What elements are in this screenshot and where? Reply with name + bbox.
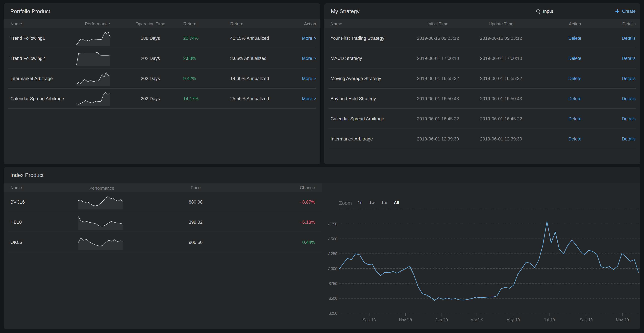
index-price: 880.08 xyxy=(169,200,222,204)
create-button-label: Create xyxy=(622,9,636,14)
column-header-performance: Performance xyxy=(89,186,114,191)
details-link[interactable]: Details xyxy=(622,96,636,101)
index-change: −6.18% xyxy=(275,220,315,225)
strategy-table-header: Name Initial Time Update Time Action Det… xyxy=(324,19,640,28)
return-annualized: 3.65% Annualized xyxy=(230,56,266,61)
more-link[interactable]: More > xyxy=(302,76,316,81)
performance-sparkline xyxy=(76,71,110,86)
update-time: 2019-06-01 12:39:30 xyxy=(474,136,528,142)
update-time: 2019-06-01 17:00:10 xyxy=(474,56,528,61)
update-time: 2019-06-01 16:50:43 xyxy=(474,96,528,101)
search-input[interactable] xyxy=(542,8,587,14)
return-annualized: 40.15% Annualized xyxy=(230,36,269,41)
column-header-name: Name xyxy=(10,185,22,190)
initial-time: 2019-06-01 12:39:30 xyxy=(411,136,465,142)
initial-time: 2019-06-01 17:00:10 xyxy=(411,56,465,61)
performance-sparkline xyxy=(78,214,124,230)
svg-text:Jul '19: Jul '19 xyxy=(544,318,555,322)
svg-text:May '19: May '19 xyxy=(506,318,520,322)
svg-text:Nov '19: Nov '19 xyxy=(616,318,629,322)
column-header-action: Action xyxy=(304,21,316,26)
product-name: Intermarket Arbitrage xyxy=(10,76,53,81)
details-link[interactable]: Details xyxy=(622,56,636,61)
trading-dashboard: Portfolio Product Name Performance Opera… xyxy=(0,0,644,333)
column-header-action: Action xyxy=(558,21,592,26)
portfolio-row: Calendar Spread Arbitrage 202 Days 14.17… xyxy=(4,88,320,109)
index-change: 0.44% xyxy=(275,240,315,245)
more-link[interactable]: More > xyxy=(302,96,316,101)
column-header-initial-time: Initial Time xyxy=(411,21,465,26)
details-link[interactable]: Details xyxy=(622,36,636,41)
return-value: 2.83% xyxy=(183,56,196,61)
index-price: 399.02 xyxy=(169,220,222,225)
portfolio-table-header: Name Performance Operation Time Return R… xyxy=(4,19,320,28)
initial-time: 2019-06-16 09:23:12 xyxy=(411,36,465,41)
delete-link[interactable]: Delete xyxy=(558,76,592,81)
index-panel-body: Name Performance Price Change BVC16 880.… xyxy=(4,183,640,329)
index-name: HB10 xyxy=(10,220,22,225)
my-strategy-panel: My Strategy Create Name Initial Time Upd… xyxy=(324,3,640,164)
column-header-update-time: Update Time xyxy=(474,21,528,26)
svg-text:Sep '19: Sep '19 xyxy=(580,318,593,322)
return-annualized: 14.60% Annualized xyxy=(230,76,269,81)
update-time: 2019-06-16 09:23:12 xyxy=(474,36,528,41)
create-button[interactable]: Create xyxy=(616,3,636,19)
zoom-label: Zoom xyxy=(339,200,352,206)
strategy-row: Calendar Spread Arbitrage 2019-06-01 16:… xyxy=(324,109,640,129)
index-product-panel: Index Product Name Performance Price Cha… xyxy=(4,167,640,329)
zoom-button-1w[interactable]: 1w xyxy=(369,200,375,205)
performance-sparkline xyxy=(76,51,110,66)
strategy-table: Name Initial Time Update Time Action Det… xyxy=(324,19,640,164)
product-name: Calendar Spread Arbitrage xyxy=(10,96,64,101)
operation-time: 202 Days xyxy=(128,76,172,81)
details-link[interactable]: Details xyxy=(622,116,636,121)
strategy-search[interactable] xyxy=(536,3,587,19)
price-chart-canvas[interactable]: $1750$1500$1250$1000$750$500$250Sep '18N… xyxy=(328,198,640,329)
strategy-row: Buy and Hold Strategy 2019-06-01 16:50:4… xyxy=(324,88,640,109)
zoom-button-1d[interactable]: 1d xyxy=(358,200,362,205)
return-value: 14.17% xyxy=(183,96,199,101)
more-link[interactable]: More > xyxy=(302,56,316,61)
return-value: 20.74% xyxy=(183,36,199,41)
delete-link[interactable]: Delete xyxy=(558,56,592,61)
svg-text:$750: $750 xyxy=(329,282,337,286)
operation-time: 202 Days xyxy=(128,96,172,101)
chart-zoom-controls: Zoom 1d 1w 1m All xyxy=(339,199,406,206)
product-name: Trend Following2 xyxy=(10,56,45,61)
more-link[interactable]: More > xyxy=(302,36,316,41)
svg-text:$1750: $1750 xyxy=(328,222,337,226)
portfolio-row: Trend Following2 202 Days 2.83% 3.65% An… xyxy=(4,48,320,68)
strategy-name: Calendar Spread Arbitrage xyxy=(330,116,384,121)
index-panel-title: Index Product xyxy=(10,167,44,183)
update-time: 2019-06-01 16:45:22 xyxy=(474,116,528,121)
delete-link[interactable]: Delete xyxy=(558,36,592,41)
details-link[interactable]: Details xyxy=(622,136,636,142)
column-header-price: Price xyxy=(169,185,222,190)
column-header-operation-time: Operation Time xyxy=(128,21,172,26)
zoom-button-all[interactable]: All xyxy=(394,200,399,205)
details-link[interactable]: Details xyxy=(622,76,636,81)
strategy-row: Moving Average Strategy 2019-06-01 16:55… xyxy=(324,68,640,88)
update-time: 2019-06-01 16:55:32 xyxy=(474,76,528,81)
index-change: −8.87% xyxy=(275,200,315,204)
initial-time: 2019-06-01 16:45:22 xyxy=(411,116,465,121)
strategy-name: Buy and Hold Strategy xyxy=(330,96,376,101)
delete-link[interactable]: Delete xyxy=(558,96,592,101)
delete-link[interactable]: Delete xyxy=(558,116,592,121)
column-header-name: Name xyxy=(330,21,342,26)
strategy-row: MACD Strategy 2019-06-01 17:00:10 2019-0… xyxy=(324,48,640,68)
index-name: OK06 xyxy=(10,240,22,245)
column-header-return: Return xyxy=(183,21,196,26)
column-header-performance: Performance xyxy=(85,21,110,26)
operation-time: 202 Days xyxy=(128,56,172,61)
delete-link[interactable]: Delete xyxy=(558,136,592,142)
zoom-button-1m[interactable]: 1m xyxy=(381,200,387,205)
search-icon xyxy=(536,10,540,13)
index-price: 906.50 xyxy=(169,240,222,245)
svg-text:$250: $250 xyxy=(329,311,337,316)
initial-time: 2019-06-01 16:55:32 xyxy=(411,76,465,81)
column-header-return-annualized: Return xyxy=(230,21,243,26)
svg-text:Sep '18: Sep '18 xyxy=(363,318,376,322)
svg-text:$500: $500 xyxy=(329,296,337,300)
performance-sparkline xyxy=(78,194,124,210)
